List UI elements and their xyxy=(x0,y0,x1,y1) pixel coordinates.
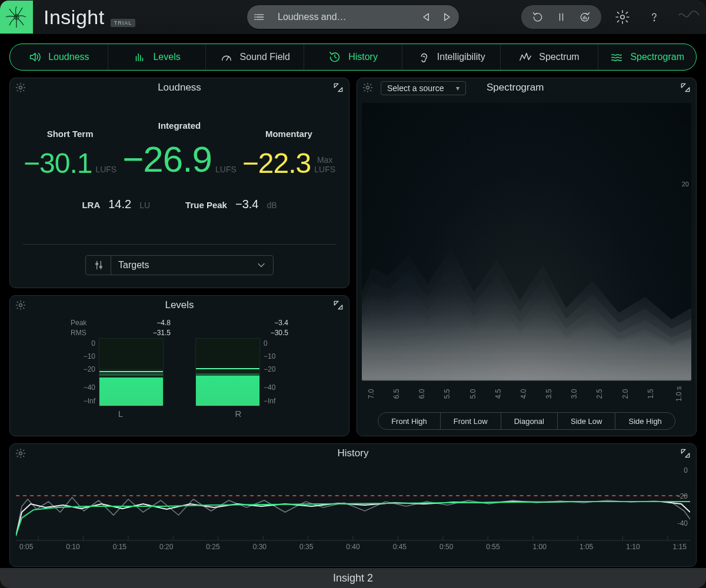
expand-icon xyxy=(680,82,691,93)
menu-icon xyxy=(254,11,265,23)
footer: Insight 2 xyxy=(0,568,706,588)
izotope-logo-icon xyxy=(678,8,700,26)
top-bar: Insight TRIAL Loudness and… xyxy=(0,0,706,34)
levels-panel: Levels Peak−4.8 RMS−31.5 0 −10 xyxy=(9,295,349,436)
readout-lra: LRA 14.2 LU xyxy=(82,198,150,211)
tab-loudness[interactable]: Loudness xyxy=(10,44,108,70)
spectrogram-panel: Select a source ▾ Spectrogram 20 xyxy=(357,78,697,436)
levels-settings-button[interactable] xyxy=(15,299,26,311)
loop-button[interactable] xyxy=(527,8,548,26)
meter-scale-right: 0 −10 −20 −40 −Inf xyxy=(264,338,281,406)
spectrogram-expand-button[interactable] xyxy=(680,82,691,93)
preset-name[interactable]: Loudness and… xyxy=(269,12,417,22)
panel-title: Spectrogram xyxy=(487,82,544,93)
tab-intelligibility[interactable]: Intelligibility xyxy=(402,44,501,70)
spectrum-icon xyxy=(519,51,532,64)
preset-bar: Loudness and… xyxy=(247,5,459,29)
chevron-down-icon xyxy=(255,259,267,271)
spectrogram-display[interactable]: 20 xyxy=(362,103,691,380)
footer-title: Insight 2 xyxy=(333,572,373,584)
svg-marker-35 xyxy=(681,449,685,453)
tab-levels[interactable]: Levels xyxy=(108,44,207,70)
svg-point-5 xyxy=(255,17,255,18)
divider xyxy=(23,244,336,245)
speaker-icon xyxy=(28,51,41,64)
waves-icon xyxy=(610,51,623,64)
readout-unit: LUFS xyxy=(95,165,116,174)
preset-menu-button[interactable] xyxy=(249,8,269,26)
tab-label: Levels xyxy=(153,52,180,62)
targets-label: Targets xyxy=(118,260,149,270)
swirl-icon xyxy=(5,5,28,29)
history-time-axis: 0:05 0:10 0:15 0:20 0:25 0:30 0:35 0:40 … xyxy=(16,542,690,554)
readout-momentary: Momentary −22.3 Max LUFS xyxy=(242,129,335,178)
view-button-side-low[interactable]: Side Low xyxy=(558,413,615,429)
spectrogram-settings-button[interactable] xyxy=(362,82,374,93)
readout-label: Integrated xyxy=(122,121,237,131)
meter-channel-r: .−3.4 .−30.5 0 −10 −20 xyxy=(188,318,288,431)
reset-stats-button[interactable] xyxy=(574,8,595,26)
chevron-down-icon: ▾ xyxy=(456,84,459,92)
tab-soundfield[interactable]: Sound Field xyxy=(206,44,304,70)
channel-label: R xyxy=(235,409,242,419)
tab-label: Loudness xyxy=(48,52,89,62)
svg-point-21 xyxy=(19,86,22,89)
tab-history[interactable]: History xyxy=(304,44,402,70)
readout-value: −30.1 xyxy=(24,149,92,178)
meter-bar-l xyxy=(99,338,164,406)
settings-button[interactable] xyxy=(612,6,633,28)
loudness-settings-button[interactable] xyxy=(15,82,26,93)
targets-select[interactable]: Targets xyxy=(85,255,274,275)
pause-icon xyxy=(555,11,567,23)
tab-label: Sound Field xyxy=(240,52,290,62)
view-button-diagonal[interactable]: Diagonal xyxy=(501,413,558,429)
logo-block: Insight TRIAL xyxy=(0,0,135,34)
svg-marker-22 xyxy=(334,83,338,88)
preset-prev-button[interactable] xyxy=(417,8,437,26)
pause-button[interactable] xyxy=(551,8,572,26)
history-settings-button[interactable] xyxy=(15,447,26,459)
history-graph[interactable] xyxy=(16,465,690,542)
readout-value: −22.3 xyxy=(242,149,311,178)
gear-icon xyxy=(15,299,26,311)
svg-point-14 xyxy=(621,15,625,19)
levels-body: Peak−4.8 RMS−31.5 0 −10 −20 −40 −Inf xyxy=(10,315,349,436)
source-select[interactable]: Select a source ▾ xyxy=(381,81,466,95)
svg-marker-36 xyxy=(685,453,690,457)
tab-spectrogram[interactable]: Spectrogram xyxy=(598,44,696,70)
spectrogram-time-axis: 7.0 6.5 6.0 5.5 5.0 4.5 4.0 3.5 3.0 2.5 … xyxy=(362,380,691,406)
svg-point-28 xyxy=(19,304,22,307)
expand-icon xyxy=(332,82,344,93)
meter-channel-l: Peak−4.8 RMS−31.5 0 −10 −20 −40 −Inf xyxy=(71,318,171,431)
help-button[interactable] xyxy=(644,6,665,28)
history-expand-button[interactable] xyxy=(680,447,691,459)
view-button-side-high[interactable]: Side High xyxy=(615,413,674,429)
loudness-readouts: Short Term −30.1 LUFS Integrated −26.9 L… xyxy=(10,97,349,178)
view-button-front-high[interactable]: Front High xyxy=(378,413,441,429)
meter-bar-r xyxy=(195,338,260,406)
expand-icon xyxy=(680,447,691,459)
reset-stats-icon xyxy=(579,11,591,23)
faders-icon xyxy=(93,256,111,275)
module-tabs: Loudness Levels Sound Field History Inte… xyxy=(9,44,697,71)
levels-expand-button[interactable] xyxy=(332,299,344,311)
history-panel: History 0 -20 -40 xyxy=(9,443,697,567)
app-title-text: Insight xyxy=(44,6,105,29)
loudness-expand-button[interactable] xyxy=(332,82,344,93)
readout-value: −26.9 xyxy=(122,141,212,178)
svg-marker-29 xyxy=(334,301,338,305)
gear-icon xyxy=(615,9,630,25)
topbar-right xyxy=(521,5,700,29)
svg-line-20 xyxy=(227,56,229,60)
readout-short-term: Short Term −30.1 LUFS xyxy=(24,129,116,178)
loudness-subreadouts: LRA 14.2 LU True Peak −3.4 dB xyxy=(10,198,349,211)
view-button-front-low[interactable]: Front Low xyxy=(441,413,501,429)
help-icon xyxy=(647,10,661,24)
preset-next-button[interactable] xyxy=(437,8,457,26)
readout-true-peak: True Peak −3.4 dB xyxy=(185,198,277,211)
svg-point-4 xyxy=(255,14,255,15)
tab-label: History xyxy=(348,52,378,62)
tab-spectrum[interactable]: Spectrum xyxy=(501,44,599,70)
svg-point-34 xyxy=(19,452,22,455)
next-icon xyxy=(441,11,452,23)
